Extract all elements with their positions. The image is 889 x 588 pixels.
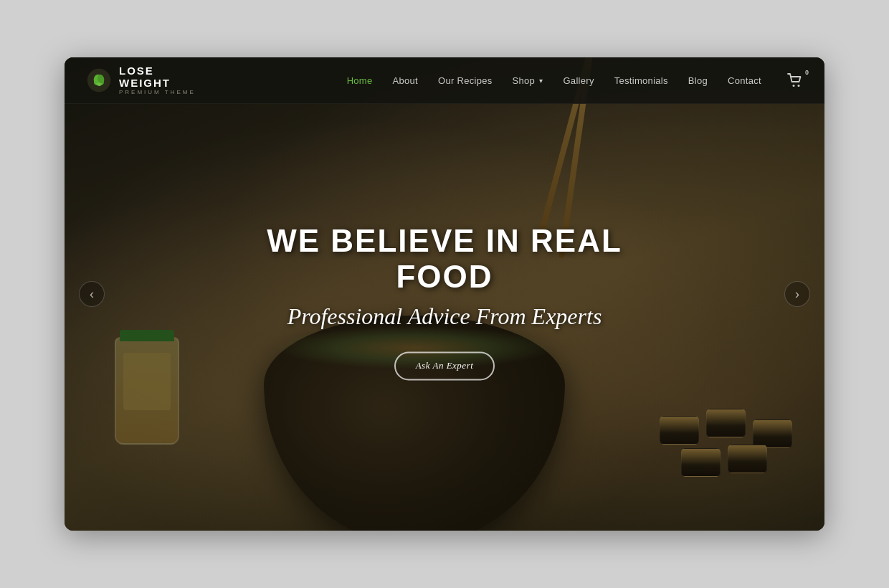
logo-area[interactable]: LOSE WEIGHT PREMIUM THEME [86,65,201,95]
slider-prev-button[interactable]: ‹ [79,281,105,307]
nav-link-blog[interactable]: Blog [688,75,708,86]
cart-badge: 0 [805,69,809,76]
hero-title: WE BELIEVE IN REAL FOOD [229,223,660,295]
logo-sub-text: PREMIUM THEME [119,89,196,95]
nav-link-about[interactable]: About [393,75,418,86]
hero-section: LOSE WEIGHT PREMIUM THEME Home About Our… [65,57,824,531]
nav-links: Home About Our Recipes Shop ▾ Gallery Te… [347,73,803,87]
hero-content: WE BELIEVE IN REAL FOOD Professional Adv… [229,223,660,380]
logo-main-text: LOSE WEIGHT [119,65,196,89]
chevron-down-icon: ▾ [539,77,543,85]
cart-icon [787,73,803,87]
slider-next-button[interactable]: › [784,281,810,307]
nav-link-shop[interactable]: Shop ▾ [513,75,543,86]
navbar: LOSE WEIGHT PREMIUM THEME Home About Our… [65,57,824,104]
nav-link-home[interactable]: Home [347,75,373,86]
browser-window: LOSE WEIGHT PREMIUM THEME Home About Our… [65,57,824,531]
ask-expert-button[interactable]: Ask An Expert [394,351,495,380]
logo-icon [86,67,112,93]
svg-point-6 [793,85,795,87]
nav-link-contact[interactable]: Contact [728,75,761,86]
cart-button[interactable]: 0 [787,73,803,87]
nav-link-gallery[interactable]: Gallery [563,75,594,86]
hero-subtitle: Professional Advice From Experts [229,303,660,330]
nav-link-testimonials[interactable]: Testimonials [614,75,668,86]
svg-point-7 [798,85,800,87]
logo-text: LOSE WEIGHT PREMIUM THEME [119,65,196,95]
nav-link-recipes[interactable]: Our Recipes [438,75,493,86]
